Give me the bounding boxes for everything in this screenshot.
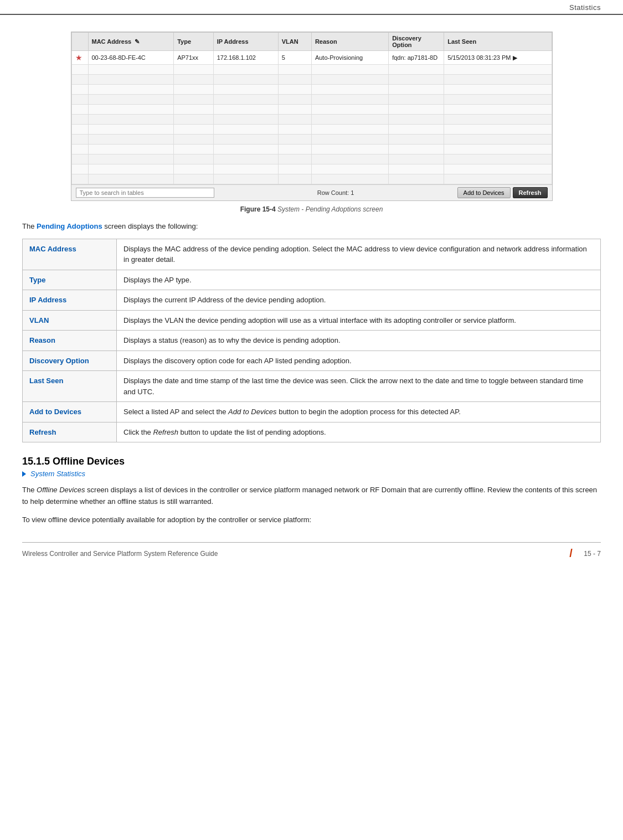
screenshot-footer: Row Count: 1 Add to Devices Refresh [71, 184, 552, 200]
desc-table-row: IP AddressDisplays the current IP Addres… [23, 290, 601, 311]
desc-value: Click the Refresh button to update the l… [117, 422, 601, 442]
col-ip: IP Address [213, 33, 278, 51]
footer-right: 15 - 7 [584, 550, 601, 558]
desc-table-row: VLANDisplays the VLAN the device pending… [23, 310, 601, 331]
col-vlan: VLAN [278, 33, 311, 51]
desc-label: Last Seen [23, 371, 117, 402]
desc-label: VLAN [23, 310, 117, 331]
empty-row [71, 65, 552, 75]
col-reason: Reason [311, 33, 388, 51]
empty-row [71, 75, 552, 85]
figure-description: System - Pending Adoptions screen [277, 205, 383, 213]
footer-left: Wireless Controller and Service Platform… [22, 550, 218, 558]
empty-row [71, 115, 552, 125]
page-number: 15 - 7 [569, 547, 601, 560]
desc-label: Add to Devices [23, 402, 117, 422]
page-content: MAC Address ✎ Type IP Address VLAN Reaso… [0, 15, 623, 571]
empty-row [71, 125, 552, 135]
sub-heading[interactable]: System Statistics [22, 470, 601, 478]
row-discovery: fqdn: ap7181-8D [389, 51, 444, 65]
figure-caption: Figure 15-4 System - Pending Adoptions s… [22, 205, 601, 213]
col-discovery: DiscoveryOption [389, 33, 444, 51]
row-type: AP71xx [174, 51, 213, 65]
desc-table: MAC AddressDisplays the MAC address of t… [22, 239, 601, 443]
row-mac: 00-23-68-8D-FE-4C [88, 51, 174, 65]
empty-row [71, 174, 552, 184]
col-icon [71, 33, 88, 51]
section-heading: 15.1.5 Offline Devices [22, 456, 601, 467]
col-mac: MAC Address ✎ [88, 33, 174, 51]
sub-heading-text: System Statistics [30, 470, 85, 478]
row-icon: ★ [71, 51, 88, 65]
row-vlan: 5 [278, 51, 311, 65]
desc-value: Displays the MAC address of the device p… [117, 239, 601, 270]
desc-label: MAC Address [23, 239, 117, 270]
empty-row [71, 85, 552, 95]
desc-value: Displays the current IP Address of the d… [117, 290, 601, 311]
row-lastseen: 5/15/2013 08:31:23 PM ▶ [444, 51, 552, 65]
footer-buttons: Add to Devices Refresh [457, 187, 548, 198]
col-lastseen: Last Seen [444, 33, 552, 51]
desc-value: Displays the VLAN the device pending ado… [117, 310, 601, 331]
body1-text: screen displays a list of devices in the… [22, 486, 597, 506]
desc-value: Displays the discovery option code for e… [117, 351, 601, 371]
body-text-2: To view offline device potentially avail… [22, 514, 601, 526]
adoption-table: MAC Address ✎ Type IP Address VLAN Reaso… [71, 32, 552, 184]
intro-paragraph: The Pending Adoptions screen displays th… [22, 221, 601, 232]
empty-row [71, 105, 552, 115]
page-footer: Wireless Controller and Service Platform… [22, 542, 601, 560]
empty-row [71, 164, 552, 174]
refresh-button[interactable]: Refresh [513, 187, 548, 198]
desc-table-row: Add to DevicesSelect a listed AP and sel… [23, 402, 601, 422]
desc-label: Refresh [23, 422, 117, 442]
desc-value: Displays the AP type. [117, 270, 601, 290]
search-input[interactable] [76, 188, 214, 198]
figure-number: Figure 15-4 [240, 205, 276, 213]
desc-value: Displays the date and time stamp of the … [117, 371, 601, 402]
row-count: Row Count: 1 [317, 189, 354, 196]
desc-table-row: TypeDisplays the AP type. [23, 270, 601, 290]
section-title: Offline Devices [53, 456, 125, 467]
slash-icon [569, 547, 579, 560]
desc-table-row: MAC AddressDisplays the MAC address of t… [23, 239, 601, 270]
desc-label: Reason [23, 331, 117, 351]
col-type: Type [174, 33, 213, 51]
empty-row [71, 95, 552, 105]
arrow-right-icon [22, 471, 26, 477]
desc-table-row: Discovery OptionDisplays the discovery o… [23, 351, 601, 371]
desc-table-row: Last SeenDisplays the date and time stam… [23, 371, 601, 402]
header-title: Statistics [569, 3, 601, 12]
row-ip: 172.168.1.102 [213, 51, 278, 65]
add-to-devices-button[interactable]: Add to Devices [457, 187, 511, 198]
empty-row [71, 145, 552, 154]
desc-label: Discovery Option [23, 351, 117, 371]
desc-table-row: ReasonDisplays a status (reason) as to w… [23, 331, 601, 351]
page-header: Statistics [0, 0, 623, 15]
desc-label: IP Address [23, 290, 117, 311]
empty-row [71, 135, 552, 145]
table-row: ★ 00-23-68-8D-FE-4C AP71xx 172.168.1.102… [71, 51, 552, 65]
empty-row [71, 154, 552, 164]
desc-table-row: RefreshClick the Refresh button to updat… [23, 422, 601, 442]
desc-value: Select a listed AP and select the Add to… [117, 402, 601, 422]
screenshot-box: MAC Address ✎ Type IP Address VLAN Reaso… [71, 32, 553, 201]
section-number: 15.1.5 [22, 456, 50, 467]
desc-label: Type [23, 270, 117, 290]
row-reason: Auto-Provisioning [311, 51, 388, 65]
pending-adoptions-link[interactable]: Pending Adoptions [37, 222, 102, 230]
desc-value: Displays a status (reason) as to why the… [117, 331, 601, 351]
body-text-1: The Offline Devices screen displays a li… [22, 485, 601, 508]
